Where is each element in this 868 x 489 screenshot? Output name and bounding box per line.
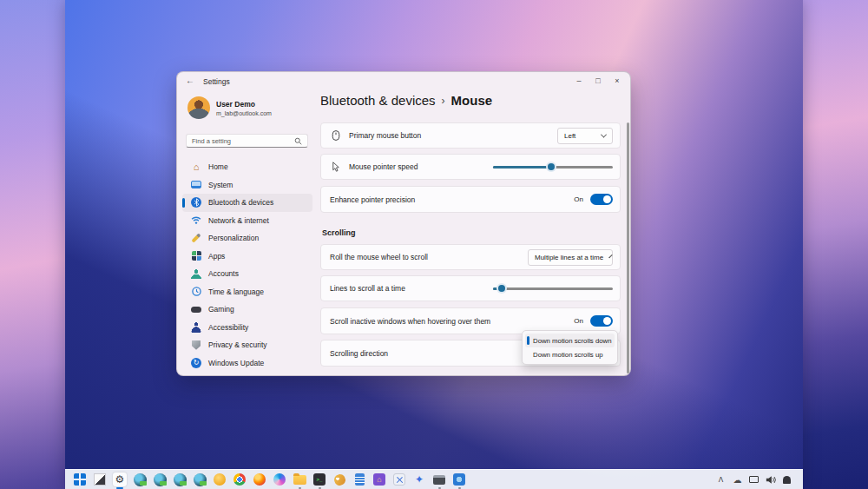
sidebar-item-label: Privacy & security — [208, 340, 267, 349]
user-name: User Demo — [216, 100, 272, 109]
device-icon — [453, 473, 465, 486]
notifications-icon[interactable] — [781, 474, 792, 486]
sidebar-item-label: Home — [208, 162, 228, 171]
sidebar-nav: Home System Bluetooth & devices Network … — [182, 158, 312, 372]
start-button[interactable] — [73, 472, 87, 486]
sidebar-item-network-internet[interactable]: Network & internet — [182, 212, 312, 230]
breadcrumb-parent[interactable]: Bluetooth & devices — [320, 93, 436, 108]
sparkle-icon: ✦ — [415, 473, 424, 486]
windows-logo-icon — [74, 473, 86, 486]
time-language-icon — [191, 287, 201, 297]
sidebar-item-accounts[interactable]: Accounts — [182, 265, 312, 283]
circular-app-4-button[interactable] — [193, 472, 207, 486]
privacy-security-icon — [191, 340, 201, 350]
sidebar-item-label: System — [208, 181, 233, 189]
circular-app-3-button[interactable] — [173, 472, 187, 486]
bluetooth-icon — [191, 197, 201, 208]
sparkle-app-button[interactable]: ✦ — [412, 472, 426, 486]
dropdown-value: Left — [564, 132, 575, 140]
copilot-button[interactable] — [273, 472, 286, 486]
home-app-button[interactable]: ⌂ — [372, 472, 386, 486]
menu-item-down-scrolls-down[interactable]: Down motion scrolls down — [525, 334, 615, 347]
circular-app-icon — [174, 473, 187, 486]
window-title: Settings — [203, 77, 230, 86]
circular-app-1-button[interactable] — [133, 472, 147, 486]
slider-thumb[interactable] — [548, 163, 555, 170]
toggle-state-label: On — [574, 317, 583, 325]
system-tray: ᐱ ☁ — [715, 474, 803, 486]
sidebar-item-accessibility[interactable]: Accessibility — [182, 319, 312, 337]
dropdown-value: Multiple lines at a time — [535, 254, 603, 261]
setting-label: Primary mouse button — [349, 131, 421, 140]
settings-app-button[interactable]: ⚙ — [113, 472, 127, 486]
sidebar-item-privacy-security[interactable]: Privacy & security — [182, 336, 312, 354]
lines-to-scroll-slider[interactable] — [493, 284, 613, 293]
circular-app-icon — [194, 473, 207, 486]
primary-mouse-button-dropdown[interactable]: Left — [557, 128, 613, 144]
setting-label: Scrolling direction — [330, 349, 388, 358]
search-input[interactable]: Find a setting — [186, 134, 308, 148]
hidden-icons-chevron[interactable]: ᐱ — [715, 474, 727, 486]
printer-app-button[interactable] — [432, 472, 446, 486]
accounts-icon — [191, 268, 201, 279]
search-icon — [294, 137, 302, 145]
sidebar-item-label: Time & language — [208, 287, 264, 296]
sidebar-item-personalization[interactable]: Personalization — [182, 229, 312, 248]
firefox-button[interactable] — [253, 472, 266, 486]
yellow-circle-icon — [214, 473, 226, 486]
sidebar-item-label: Personalization — [208, 234, 259, 242]
circular-app-icon — [134, 473, 147, 486]
yellow-app-button[interactable] — [213, 472, 227, 486]
desktop: ← Settings – □ × User Demo m_lab@outlook… — [65, 0, 803, 489]
volume-icon[interactable] — [765, 474, 776, 486]
setting-row-lines-to-scroll: Lines to scroll at a time — [320, 275, 621, 301]
settings-window: ← Settings – □ × User Demo m_lab@outlook… — [176, 71, 631, 376]
onedrive-cloud-icon[interactable]: ☁ — [732, 474, 743, 486]
keys-app-button[interactable] — [332, 472, 346, 486]
sidebar-item-home[interactable]: Home — [182, 158, 312, 176]
snipping-tool-button[interactable] — [392, 472, 406, 486]
keys-icon — [332, 472, 347, 487]
circular-app-icon — [154, 473, 167, 486]
taskbar-apps: ⚙ >_ ⌂ ✦ — [65, 472, 466, 486]
circular-app-2-button[interactable] — [153, 472, 167, 486]
scrollbar[interactable] — [627, 122, 629, 373]
device-app-button[interactable] — [452, 472, 466, 486]
accessibility-icon — [191, 322, 201, 333]
file-explorer-button[interactable] — [293, 472, 306, 486]
sidebar-item-label: Windows Update — [208, 359, 264, 367]
wheel-scroll-dropdown[interactable]: Multiple lines at a time — [528, 249, 613, 266]
sidebar-item-bluetooth-devices[interactable]: Bluetooth & devices — [182, 194, 312, 212]
back-button[interactable]: ← — [186, 76, 194, 85]
gaming-icon — [191, 304, 201, 314]
slider-thumb[interactable] — [498, 285, 505, 292]
sidebar-item-windows-update[interactable]: ↻ Windows Update — [182, 354, 312, 373]
document-app-button[interactable] — [352, 472, 366, 486]
menu-item-down-scrolls-up[interactable]: Down motion scrolls up — [525, 347, 615, 361]
folder-icon — [293, 475, 306, 485]
user-profile[interactable]: User Demo m_lab@outlook.com — [187, 96, 272, 119]
sidebar-item-label: Bluetooth & devices — [208, 198, 273, 207]
apps-icon — [191, 251, 201, 261]
scroll-inactive-windows-toggle[interactable] — [590, 315, 613, 327]
display-device-icon[interactable] — [748, 474, 760, 486]
sidebar-item-time-language[interactable]: Time & language — [182, 283, 312, 301]
setting-label: Enhance pointer precision — [330, 195, 415, 204]
chrome-button[interactable] — [233, 472, 247, 486]
setting-row-mouse-pointer-speed: Mouse pointer speed — [320, 154, 621, 180]
sidebar-item-gaming[interactable]: Gaming — [182, 301, 312, 319]
user-email: m_lab@outlook.com — [216, 110, 272, 116]
setting-label: Scroll inactive windows when hovering ov… — [330, 317, 490, 326]
sidebar-item-label: Accounts — [208, 269, 239, 278]
home-icon — [191, 162, 201, 172]
sidebar-item-system[interactable]: System — [182, 176, 312, 195]
pointer-speed-slider[interactable] — [493, 162, 613, 171]
mouse-icon — [330, 129, 342, 142]
enhance-pointer-precision-toggle[interactable] — [590, 194, 613, 205]
menu-item-label: Down motion scrolls down — [533, 337, 612, 345]
sidebar-item-apps[interactable]: Apps — [182, 248, 312, 266]
section-label-scrolling: Scrolling — [322, 228, 356, 237]
terminal-button[interactable]: >_ — [312, 472, 326, 486]
setting-label: Roll the mouse wheel to scroll — [330, 253, 428, 261]
window-app-button[interactable] — [93, 472, 107, 486]
